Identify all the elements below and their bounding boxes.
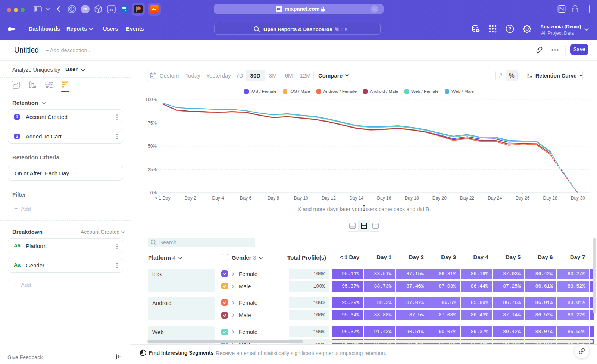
svg-text:Day 22: Day 22 [460,195,474,201]
svg-text:75%: 75% [148,120,157,126]
svg-text:Day 30: Day 30 [571,195,585,201]
svg-text:Day 12: Day 12 [322,195,336,201]
svg-text:Day 10: Day 10 [294,195,308,201]
svg-text:0%: 0% [150,190,157,195]
svg-text:Day 6: Day 6 [240,195,252,201]
svg-text:< 1 Day: < 1 Day [155,195,171,201]
svg-text:Day 2: Day 2 [184,195,196,201]
svg-text:Day 8: Day 8 [268,195,279,201]
svg-text:JS: JS [109,7,114,12]
svg-text:Day 16: Day 16 [377,195,391,201]
svg-text:Day 14: Day 14 [349,195,363,201]
svg-text:Day 20: Day 20 [432,195,447,201]
svg-text:Day 28: Day 28 [543,195,557,201]
svg-text:25%: 25% [148,167,157,172]
svg-text:Day 26: Day 26 [515,195,529,201]
svg-text:50%: 50% [148,144,157,149]
svg-text:100%: 100% [145,97,157,102]
svg-text:Day 18: Day 18 [405,195,419,201]
svg-text:Day 4: Day 4 [212,195,224,201]
svg-text:Day 24: Day 24 [488,195,502,201]
